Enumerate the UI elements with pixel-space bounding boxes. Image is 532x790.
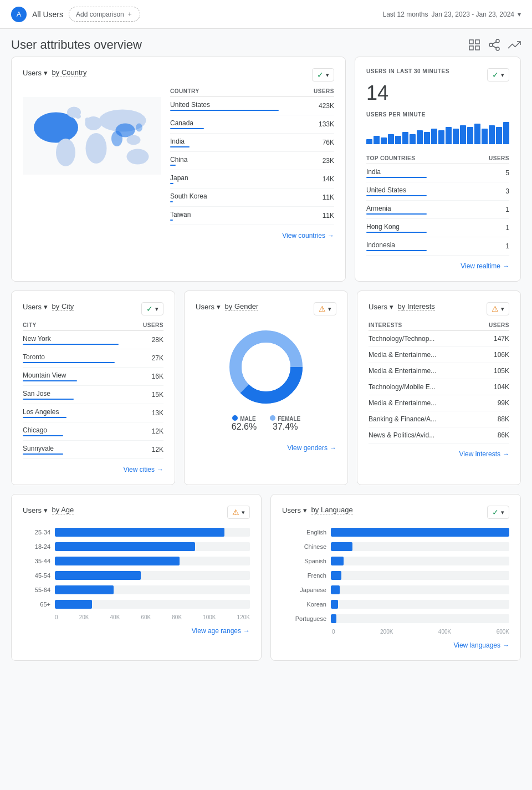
col-country: COUNTRY xyxy=(170,86,279,97)
city-row: Toronto 27K xyxy=(23,349,163,368)
view-genders-link[interactable]: View genders → xyxy=(196,444,336,452)
spark-bar xyxy=(467,127,473,144)
world-map xyxy=(23,86,161,239)
lang-bar-row: English xyxy=(282,528,509,537)
view-interests-link[interactable]: View interests → xyxy=(369,450,509,458)
page-header: User attributes overview xyxy=(0,29,532,57)
lang-bar-row: Chinese xyxy=(282,542,509,551)
realtime-country-row: Indonesia 1 xyxy=(366,237,509,256)
spark-bar xyxy=(453,129,459,144)
city-row: Mountain View 16K xyxy=(23,368,163,386)
gender-status-btn[interactable]: ⚠ ▾ xyxy=(314,302,336,315)
country-data-table: COUNTRY USERS United States 423K Canada … xyxy=(170,86,334,225)
country-status-btn[interactable]: ✓ ▾ xyxy=(312,68,334,81)
language-header: Users▾ by Language ✓ ▾ xyxy=(282,506,509,523)
age-status-btn[interactable]: ⚠ ▾ xyxy=(227,506,250,519)
female-legend: FEMALE 37.4% xyxy=(270,415,300,432)
country-row: India 76K xyxy=(170,134,334,152)
view-languages-link[interactable]: View languages → xyxy=(282,641,509,649)
add-comparison-button[interactable]: Add comparison ＋ xyxy=(69,7,140,22)
city-row: Los Angeles 13K xyxy=(23,404,163,422)
male-dot xyxy=(232,415,238,421)
chart-icon[interactable] xyxy=(468,38,481,52)
last-period-label: Last 12 months xyxy=(382,11,428,18)
col-city-users: USERS xyxy=(119,320,163,331)
spark-bar xyxy=(474,124,480,144)
city-header: Users▾ by City ✓ ▾ xyxy=(23,302,163,320)
male-legend: MALE 62.6% xyxy=(232,415,257,432)
green-check-icon: ✓ xyxy=(317,70,324,79)
svg-point-22 xyxy=(75,114,81,119)
svg-rect-0 xyxy=(469,40,473,44)
city-status-btn[interactable]: ✓ ▾ xyxy=(141,302,163,315)
female-dot xyxy=(270,415,275,421)
svg-rect-3 xyxy=(475,46,479,50)
interest-row: Technology/Technop... 147K xyxy=(369,331,509,347)
country-card: Users▾ by Country ✓ ▾ xyxy=(11,57,346,282)
realtime-label: USERS IN LAST 30 MINUTES xyxy=(366,68,449,74)
language-green-icon: ✓ xyxy=(492,508,499,517)
page-title: User attributes overview xyxy=(11,38,142,52)
interest-row: Media & Entertainme... 99K xyxy=(369,395,509,411)
svg-point-19 xyxy=(127,149,149,165)
realtime-country-row: Hong Kong 1 xyxy=(366,219,509,237)
share-icon[interactable] xyxy=(488,38,501,52)
interests-status-btn[interactable]: ⚠ ▾ xyxy=(487,302,509,315)
spark-bar xyxy=(503,122,509,144)
spark-bar xyxy=(395,136,401,144)
realtime-status-btn[interactable]: ✓ ▾ xyxy=(487,68,509,81)
view-countries-link[interactable]: View countries → xyxy=(170,232,334,239)
country-row: Taiwan 11K xyxy=(170,207,334,225)
language-bar-chart: English Chinese Spanish French Japanese … xyxy=(282,528,509,623)
lang-bar-row: Japanese xyxy=(282,585,509,594)
header-icons xyxy=(468,38,521,52)
date-range: Jan 23, 2023 - Jan 23, 2024 xyxy=(432,11,514,18)
spark-bar xyxy=(417,130,423,144)
svg-rect-2 xyxy=(469,46,473,50)
language-status-btn[interactable]: ✓ ▾ xyxy=(487,506,509,519)
spark-bar xyxy=(446,127,452,144)
city-row: Chicago 12K xyxy=(23,422,163,441)
lang-bar-row: Korean xyxy=(282,600,509,609)
age-header: Users▾ by Age ⚠ ▾ xyxy=(23,506,250,523)
view-realtime-link[interactable]: View realtime → xyxy=(366,262,509,270)
spark-bar xyxy=(431,129,437,144)
row2: Users▾ by City ✓ ▾ CITY USERS New York xyxy=(11,290,521,485)
top-bar-right: Last 12 months Jan 23, 2023 - Jan 23, 20… xyxy=(382,11,521,18)
gender-warning-icon: ⚠ xyxy=(319,304,326,313)
language-card: Users▾ by Language ✓ ▾ English Chinese S… xyxy=(270,494,521,661)
city-row: New York 28K xyxy=(23,331,163,349)
country-row: South Korea 11K xyxy=(170,188,334,207)
city-title: Users▾ by City xyxy=(23,302,74,311)
spark-bar xyxy=(410,134,416,144)
age-bar-row: 18-24 xyxy=(23,542,250,551)
interest-row: Media & Entertainme... 106K xyxy=(369,347,509,363)
top-bar-left: A All Users Add comparison ＋ xyxy=(11,7,140,22)
avatar: A xyxy=(11,7,27,22)
city-green-icon: ✓ xyxy=(146,304,153,313)
spark-bar xyxy=(438,130,444,144)
svg-point-6 xyxy=(496,47,499,50)
svg-line-8 xyxy=(493,42,497,44)
interest-row: Media & Entertainme... 105K xyxy=(369,363,509,379)
interest-row: Banking & Finance/A... 88K xyxy=(369,411,509,427)
city-card: Users▾ by City ✓ ▾ CITY USERS New York xyxy=(11,290,175,485)
row1: Users▾ by Country ✓ ▾ xyxy=(11,57,521,282)
spark-bar xyxy=(460,125,466,144)
age-bar-chart: 25-34 18-24 35-44 45-54 55-64 65+ xyxy=(23,528,250,609)
view-cities-link[interactable]: View cities → xyxy=(23,466,163,473)
dropdown-icon[interactable]: ▾ xyxy=(518,11,521,18)
view-age-link[interactable]: View age ranges → xyxy=(23,627,250,635)
country-card-header: Users▾ by Country ✓ ▾ xyxy=(23,68,334,86)
lang-axis: 0200K400K600K xyxy=(282,629,509,635)
interests-table: INTERESTS USERS Technology/Technop... 14… xyxy=(369,320,509,444)
row3: Users▾ by Age ⚠ ▾ 25-34 18-24 35-44 45-5… xyxy=(11,494,521,661)
country-row: China 23K xyxy=(170,152,334,170)
donut-chart-container: MALE 62.6% FEMALE 37.4% xyxy=(196,320,336,437)
gender-header: Users▾ by Gender ⚠ ▾ xyxy=(196,302,336,320)
col-interests-users: USERS xyxy=(477,320,509,331)
trend-icon[interactable] xyxy=(508,38,521,52)
age-title: Users▾ by Age xyxy=(23,506,74,514)
svg-point-5 xyxy=(489,43,493,47)
spark-bar xyxy=(381,137,387,144)
